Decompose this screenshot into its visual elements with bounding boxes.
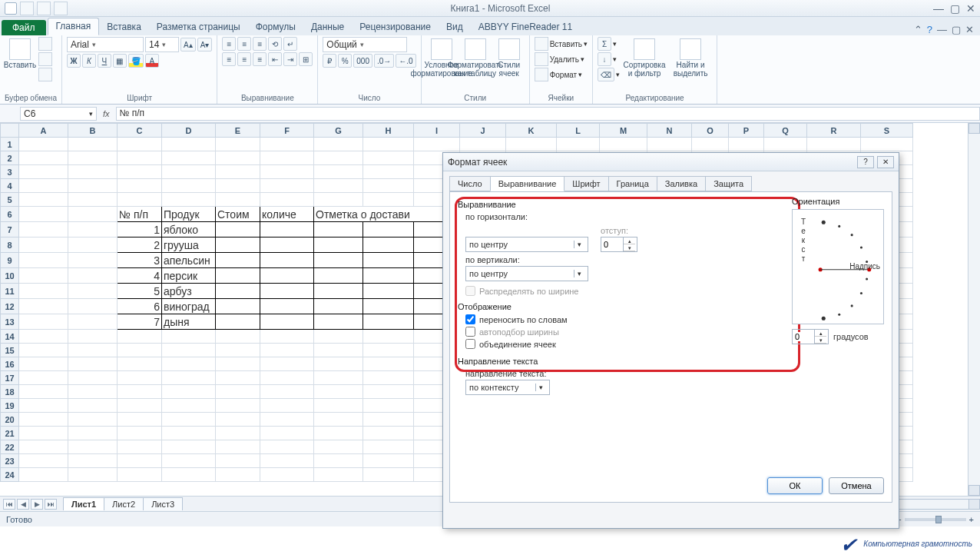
comma-icon[interactable]: 000 [353,54,372,68]
dialog-tab-fill[interactable]: Заливка [657,176,706,191]
paste-button[interactable]: Вставить [5,37,35,86]
maximize-icon[interactable]: ▢ [950,2,960,15]
sheet-nav-next-icon[interactable]: ▶ [31,499,43,510]
indent-spinner[interactable]: ▴▾ [601,237,637,252]
underline-button[interactable]: Ч [98,54,111,68]
dialog-tab-number[interactable]: Число [449,176,491,191]
formula-input[interactable]: № п/п [116,107,980,121]
decrease-indent-icon[interactable]: ⇤ [268,52,282,66]
text-direction-combo[interactable]: по контексту▾ [465,380,550,395]
undo-icon[interactable] [37,2,51,15]
font-name-combo[interactable]: Arial▾ [67,37,144,52]
dialog-tab-font[interactable]: Шрифт [564,176,608,191]
scroll-right-icon[interactable] [968,500,979,509]
sheet-tab-2[interactable]: Лист2 [104,497,144,510]
bold-button[interactable]: Ж [67,54,81,68]
save-icon[interactable] [20,2,34,15]
tab-abbyy[interactable]: ABBYY FineReader 11 [471,19,581,35]
sheet-tab-1[interactable]: Лист1 [63,497,104,510]
horizontal-alignment-combo[interactable]: по центру▾ [465,237,588,252]
sheet-nav-prev-icon[interactable]: ◀ [17,499,29,510]
dialog-tab-border[interactable]: Граница [608,176,657,191]
fill-icon[interactable]: ↓ [598,52,611,66]
cancel-button[interactable]: Отмена [829,477,884,494]
cut-icon[interactable] [38,37,52,51]
dialog-tab-alignment[interactable]: Выравнивание [490,176,565,191]
clear-icon[interactable]: ⌫ [598,68,614,81]
insert-cells-label[interactable]: Вставить [550,40,582,48]
delete-cells-icon[interactable] [535,52,548,66]
italic-button[interactable]: К [82,54,96,68]
degrees-spinner[interactable]: ▴▾ [792,329,829,344]
format-cells-icon[interactable] [535,68,548,81]
ok-button[interactable]: ОК [767,477,823,494]
wrap-text-icon[interactable]: ↵ [283,37,297,51]
file-tab[interactable]: Файл [2,20,46,35]
vertical-alignment-combo[interactable]: по центру▾ [465,266,588,281]
scroll-down-icon[interactable] [968,485,980,496]
currency-icon[interactable]: ₽ [323,54,336,68]
autosum-icon[interactable]: Σ [598,37,611,51]
sheet-nav-first-icon[interactable]: ⏮ [3,499,15,510]
sort-filter-button[interactable]: Сортировка и фильтр [623,37,666,86]
dialog-tab-protection[interactable]: Защита [705,176,752,191]
tab-data[interactable]: Данные [303,19,352,35]
tab-formulas[interactable]: Формулы [248,19,303,35]
sheet-nav-last-icon[interactable]: ⏭ [45,499,57,510]
ribbon-body: Вставить Буфер обмена Arial▾ 14▾ A▴ A▾ Ж [0,35,980,105]
orientation-preview[interactable]: Т е к с т Надпись [792,209,884,324]
align-bottom-icon[interactable]: ≡ [253,37,267,51]
workbook-close-icon[interactable]: ✕ [965,24,974,35]
workbook-restore-icon[interactable]: ▢ [952,24,961,35]
border-button[interactable]: ▦ [113,54,127,68]
tab-page-layout[interactable]: Разметка страницы [149,19,248,35]
close-icon[interactable]: ✕ [966,2,975,15]
cell-styles-button[interactable]: Стили ячеек [494,37,525,86]
sheet-tab-3[interactable]: Лист3 [143,497,183,510]
percent-icon[interactable]: % [338,54,352,68]
align-center-icon[interactable]: ≡ [237,52,251,66]
increase-decimal-icon[interactable]: .0→ [374,54,394,68]
number-format-combo[interactable]: Общий▾ [323,37,407,52]
align-right-icon[interactable]: ≡ [253,52,267,66]
tab-insert[interactable]: Вставка [99,19,149,35]
insert-cells-icon[interactable] [535,37,548,51]
indent-input[interactable] [601,240,623,249]
redo-icon[interactable] [54,2,68,15]
delete-cells-label[interactable]: Удалить [550,55,579,64]
align-left-icon[interactable]: ≡ [222,52,236,66]
tab-view[interactable]: Вид [439,19,471,35]
zoom-in-icon[interactable]: + [969,515,974,524]
degrees-input[interactable] [793,332,814,341]
tab-home[interactable]: Главная [48,18,100,35]
name-box[interactable]: C6▾ [20,107,97,121]
tab-review[interactable]: Рецензирование [352,19,439,35]
font-color-button[interactable]: A [145,54,159,68]
zoom-slider[interactable]: − + [896,515,974,524]
align-top-icon[interactable]: ≡ [222,37,236,51]
orientation-icon[interactable]: ⟲ [268,37,282,51]
increase-indent-icon[interactable]: ⇥ [283,52,297,66]
svg-point-10 [822,317,826,321]
help-icon[interactable]: ? [927,24,932,35]
decrease-font-icon[interactable]: A▾ [197,38,213,51]
find-select-button[interactable]: Найти и выделить [669,37,712,86]
fill-color-button[interactable]: 🪣 [128,54,144,68]
ribbon-minimize-icon[interactable]: ⌃ [914,24,922,35]
format-painter-icon[interactable] [38,68,52,81]
dialog-title-bar[interactable]: Формат ячеек ? ✕ [443,153,899,171]
fx-icon[interactable]: fx [103,109,110,118]
workbook-min-icon[interactable]: — [937,24,947,35]
format-cells-label[interactable]: Формат [550,71,578,79]
copy-icon[interactable] [38,52,52,66]
format-as-table-button[interactable]: Форматировать как таблицу [460,37,491,86]
align-middle-icon[interactable]: ≡ [237,37,251,51]
dialog-close-icon[interactable]: ✕ [877,156,894,168]
merge-center-icon[interactable]: ⊞ [299,52,313,66]
font-size-combo[interactable]: 14▾ [145,37,179,52]
dialog-help-icon[interactable]: ? [857,156,874,168]
scroll-up-icon[interactable] [968,123,980,134]
vertical-scrollbar[interactable] [968,123,980,496]
minimize-icon[interactable]: — [933,2,944,15]
increase-font-icon[interactable]: A▴ [180,38,196,51]
